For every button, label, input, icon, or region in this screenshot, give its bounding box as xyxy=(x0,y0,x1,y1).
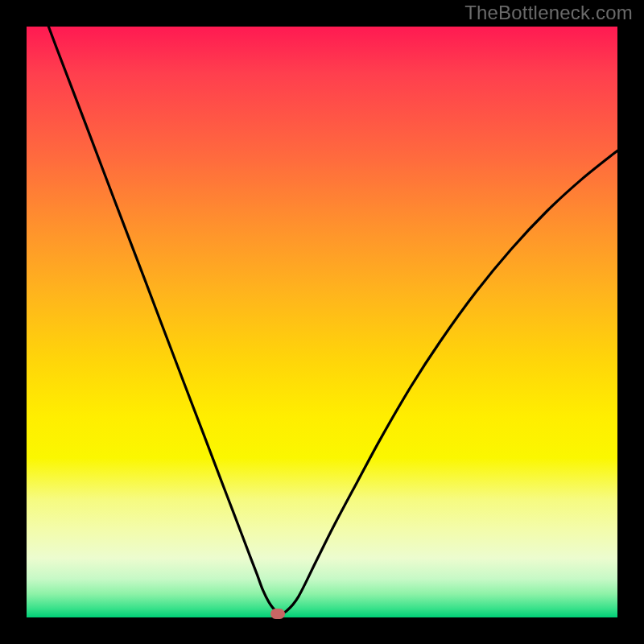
curve-path xyxy=(27,0,617,613)
plot-area xyxy=(27,27,617,617)
optimal-point-marker xyxy=(270,609,285,619)
watermark-text: TheBottleneck.com xyxy=(464,2,633,24)
chart-frame: TheBottleneck.com xyxy=(0,0,644,644)
bottleneck-curve xyxy=(27,27,617,617)
